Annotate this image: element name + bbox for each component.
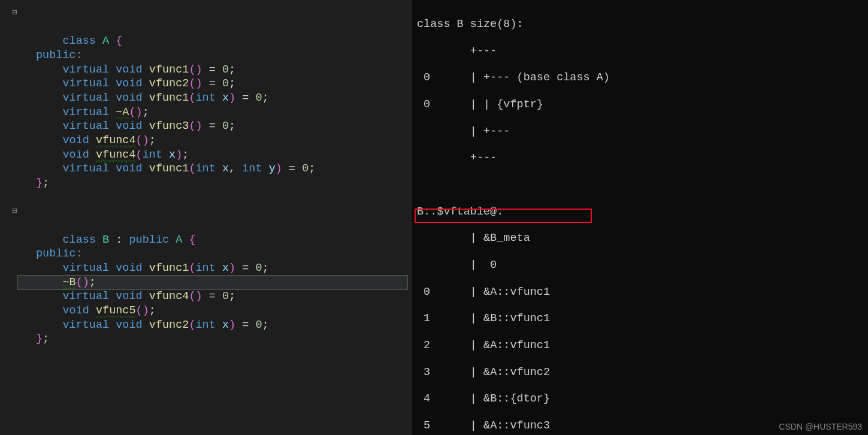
output-line: class B size(8): bbox=[417, 17, 868, 32]
code-line-current[interactable]: ~B(); bbox=[18, 276, 407, 290]
vftable-entry-highlighted: 4 | &B::{dtor} bbox=[417, 392, 868, 406]
output-line: | &B_meta bbox=[417, 231, 868, 246]
output-line: B::$vftable@: bbox=[417, 205, 868, 219]
compiler-output-panel[interactable]: class B size(8): +--- 0 | +--- (base cla… bbox=[412, 0, 868, 435]
blank-line bbox=[417, 178, 868, 192]
brace: { bbox=[116, 35, 122, 47]
keyword-class: class bbox=[62, 35, 96, 47]
keyword-public: public bbox=[36, 49, 76, 62]
code-line[interactable]: ⊟ class B : public A { bbox=[18, 204, 407, 247]
type-name: A bbox=[102, 35, 109, 47]
code-line[interactable]: ⊟ class A { bbox=[18, 6, 407, 49]
code-line[interactable]: }; bbox=[18, 176, 407, 191]
code-line[interactable]: virtual void vfunc4() = 0; bbox=[18, 289, 407, 304]
code-line[interactable]: virtual void vfunc1(int x) = 0; bbox=[18, 91, 407, 105]
output-line: 0 | | {vfptr} bbox=[417, 98, 868, 112]
output-line: | +--- bbox=[417, 125, 868, 139]
code-line[interactable]: virtual void vfunc1(int x) = 0; bbox=[18, 261, 407, 276]
code-line[interactable]: virtual void vfunc2() = 0; bbox=[18, 77, 407, 91]
output-line: | 0 bbox=[417, 258, 868, 273]
fold-minus-icon[interactable]: ⊟ bbox=[12, 8, 17, 19]
vftable-entry: 3 | &A::vfunc2 bbox=[417, 365, 868, 380]
code-line[interactable]: virtual ~A(); bbox=[18, 105, 407, 120]
code-line[interactable]: virtual void vfunc1(int x, int y) = 0; bbox=[18, 162, 407, 176]
blank-line bbox=[18, 191, 407, 205]
code-line[interactable]: virtual void vfunc3() = 0; bbox=[18, 119, 407, 134]
output-line: +--- bbox=[417, 44, 868, 59]
code-editor[interactable]: ⊟ class A { public: virtual void vfunc1(… bbox=[0, 0, 407, 435]
code-line[interactable]: }; bbox=[18, 332, 407, 346]
code-line[interactable]: void vfunc4(); bbox=[18, 134, 407, 148]
output-line: 0 | +--- (base class A) bbox=[417, 71, 868, 85]
fold-minus-icon[interactable]: ⊟ bbox=[12, 206, 17, 217]
watermark-text: CSDN @HUSTER593 bbox=[779, 422, 862, 431]
vftable-entry: 2 | &A::vfunc1 bbox=[417, 339, 868, 353]
code-line[interactable]: virtual void vfunc1() = 0; bbox=[18, 63, 407, 77]
code-line[interactable]: void vfunc5(); bbox=[18, 304, 407, 318]
code-line[interactable]: virtual void vfunc2(int x) = 0; bbox=[18, 318, 407, 333]
vftable-entry: 0 | &A::vfunc1 bbox=[417, 285, 868, 300]
code-line[interactable]: public: bbox=[18, 247, 407, 261]
code-line[interactable]: void vfunc4(int x); bbox=[18, 148, 407, 162]
output-line: +--- bbox=[417, 151, 868, 165]
vftable-entry: 1 | &B::vfunc1 bbox=[417, 312, 868, 326]
code-line[interactable]: public: bbox=[18, 49, 407, 63]
